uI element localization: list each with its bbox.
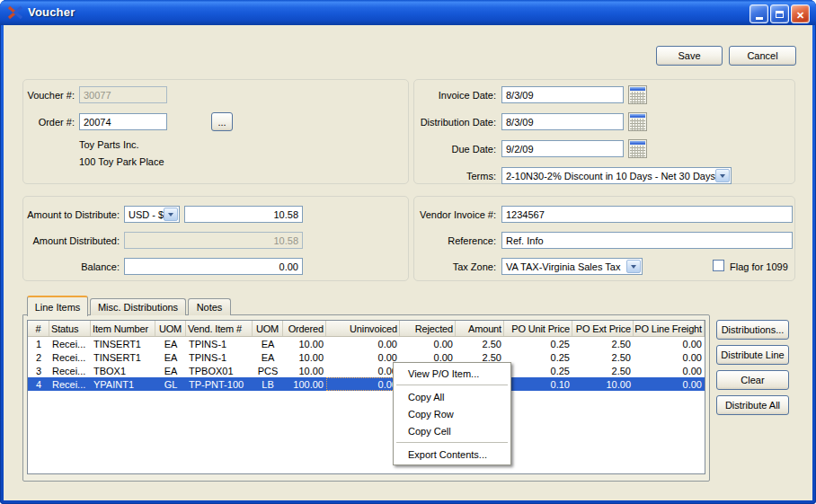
chevron-down-icon[interactable] bbox=[715, 169, 730, 182]
table-cell[interactable]: Recei... bbox=[49, 377, 91, 391]
tab-line-items[interactable]: Line Items bbox=[27, 296, 88, 316]
table-cell[interactable]: TPINS-1 bbox=[186, 350, 253, 364]
vendor-invoice-field[interactable]: 1234567 bbox=[501, 206, 793, 223]
due-date-field[interactable]: 9/2/09 bbox=[501, 140, 624, 157]
table-cell[interactable]: 0.00 bbox=[634, 377, 705, 391]
distribute-all-button[interactable]: Distribute All bbox=[716, 395, 789, 415]
tab-notes[interactable]: Notes bbox=[188, 298, 231, 315]
table-cell[interactable]: 2.50 bbox=[572, 337, 634, 350]
table-cell[interactable]: 10.00 bbox=[283, 364, 326, 377]
table-cell[interactable]: 2.50 bbox=[572, 350, 634, 364]
table-cell[interactable]: GL bbox=[155, 377, 186, 391]
table-cell[interactable]: Recei... bbox=[49, 364, 91, 377]
table-cell[interactable]: 0.25 bbox=[504, 337, 572, 350]
table-cell[interactable]: 0.10 bbox=[504, 377, 572, 391]
due-date-label: Due Date: bbox=[395, 144, 496, 155]
table-cell[interactable]: 0.00 bbox=[634, 350, 705, 364]
table-cell[interactable]: 2.50 bbox=[572, 364, 634, 377]
distribution-date-calendar-button[interactable] bbox=[628, 112, 647, 131]
table-cell[interactable]: TPINS-1 bbox=[186, 337, 253, 350]
table-cell[interactable]: 4 bbox=[28, 377, 49, 391]
column-header-ordered[interactable]: Ordered bbox=[283, 321, 326, 336]
table-cell[interactable]: 3 bbox=[28, 364, 49, 377]
menu-item-view-p-o-item[interactable]: View P/O Item... bbox=[394, 365, 510, 382]
table-row[interactable]: 3Recei...TBOX1EATPBOX01PCS10.000.000.252… bbox=[28, 364, 705, 377]
flag-1099-checkbox[interactable] bbox=[713, 260, 724, 271]
table-row[interactable]: 4Recei...YPAINT1GLTP-PNT-100LB100.000.00… bbox=[28, 377, 705, 391]
table-cell[interactable]: TBOX1 bbox=[91, 364, 155, 377]
table-cell[interactable]: Recei... bbox=[49, 350, 91, 364]
table-cell[interactable]: 0.00 bbox=[634, 364, 705, 377]
table-cell[interactable]: PCS bbox=[253, 364, 283, 377]
table-cell[interactable]: EA bbox=[155, 350, 186, 364]
table-cell[interactable]: 0.25 bbox=[504, 364, 572, 377]
invoice-date-calendar-button[interactable] bbox=[628, 85, 647, 104]
table-cell[interactable]: TP-PNT-100 bbox=[186, 377, 253, 391]
order-browse-button[interactable]: ... bbox=[211, 112, 233, 131]
table-cell[interactable]: 10.00 bbox=[283, 337, 326, 350]
table-cell[interactable]: 0.00 bbox=[634, 337, 705, 350]
distributions-button[interactable]: Distributions... bbox=[716, 320, 789, 340]
currency-select[interactable]: USD - $ bbox=[124, 206, 180, 223]
distribute-line-button[interactable]: Distribute Line bbox=[716, 345, 789, 365]
minimize-button[interactable] bbox=[749, 4, 768, 23]
column-header-po-line-freight[interactable]: PO Line Freight bbox=[634, 321, 705, 336]
clear-button[interactable]: Clear bbox=[716, 370, 789, 390]
chevron-down-icon[interactable] bbox=[626, 260, 641, 273]
table-cell[interactable]: TINSERT1 bbox=[91, 350, 155, 364]
table-cell[interactable]: 0.00 bbox=[326, 377, 400, 391]
table-cell[interactable]: YPAINT1 bbox=[91, 377, 155, 391]
table-cell[interactable]: TINSERT1 bbox=[91, 337, 155, 350]
table-cell[interactable]: Recei... bbox=[49, 337, 91, 350]
distribution-date-field[interactable]: 8/3/09 bbox=[501, 113, 624, 130]
table-cell[interactable]: 0.00 bbox=[326, 337, 400, 350]
reference-field[interactable]: Ref. Info bbox=[501, 232, 793, 249]
due-date-calendar-button[interactable] bbox=[628, 139, 647, 158]
table-cell[interactable]: EA bbox=[155, 337, 186, 350]
column-header-uninvoiced[interactable]: Uninvoiced bbox=[326, 321, 400, 336]
save-button[interactable]: Save bbox=[656, 46, 723, 66]
table-cell[interactable]: EA bbox=[155, 364, 186, 377]
table-cell[interactable]: 0.00 bbox=[326, 364, 400, 377]
invoice-date-field[interactable]: 8/3/09 bbox=[501, 86, 624, 103]
table-cell[interactable]: 10.00 bbox=[283, 350, 326, 364]
column-header-item-number[interactable]: Item Number bbox=[91, 321, 155, 336]
table-cell[interactable]: 100.00 bbox=[283, 377, 326, 391]
tax-zone-select[interactable]: VA TAX-Virginia Sales Tax bbox=[501, 258, 643, 275]
table-cell[interactable]: 10.00 bbox=[572, 377, 634, 391]
column-header-po-ext-price[interactable]: PO Ext Price bbox=[572, 321, 634, 336]
table-cell[interactable]: 2 bbox=[28, 350, 49, 364]
table-cell[interactable]: LB bbox=[253, 377, 283, 391]
maximize-button[interactable] bbox=[770, 4, 789, 23]
tab-misc-distributions[interactable]: Misc. Distributions bbox=[90, 298, 186, 315]
table-cell[interactable]: EA bbox=[253, 350, 283, 364]
column-header-item[interactable]: # bbox=[28, 321, 49, 336]
column-header-vend-item[interactable]: Vend. Item # bbox=[186, 321, 253, 336]
menu-item-copy-cell[interactable]: Copy Cell bbox=[394, 422, 510, 439]
column-header-status[interactable]: Status bbox=[49, 321, 91, 336]
column-header-uom[interactable]: UOM bbox=[253, 321, 283, 336]
column-header-uom[interactable]: UOM bbox=[155, 321, 186, 336]
column-header-rejected[interactable]: Rejected bbox=[400, 321, 456, 336]
cancel-button[interactable]: Cancel bbox=[729, 46, 796, 66]
table-cell[interactable]: TPBOX01 bbox=[186, 364, 253, 377]
table-row[interactable]: 1Recei...TINSERT1EATPINS-1EA10.000.000.0… bbox=[28, 337, 705, 350]
table-cell[interactable]: EA bbox=[253, 337, 283, 350]
amount-to-distribute-field[interactable]: 10.58 bbox=[184, 206, 303, 223]
terms-select[interactable]: 2-10N30-2% Discount in 10 Days - Net 30 … bbox=[501, 167, 732, 184]
menu-item-export-contents[interactable]: Export Contents... bbox=[394, 446, 510, 463]
table-cell[interactable]: 0.00 bbox=[326, 350, 400, 364]
chevron-down-icon[interactable] bbox=[164, 208, 178, 221]
table-cell[interactable]: 0.00 bbox=[400, 337, 456, 350]
table-cell[interactable]: 2.50 bbox=[456, 337, 504, 350]
menu-item-copy-row[interactable]: Copy Row bbox=[394, 405, 510, 422]
column-header-amount[interactable]: Amount bbox=[456, 321, 504, 336]
voucher-number-field[interactable]: 30077 bbox=[79, 86, 167, 103]
table-cell[interactable]: 1 bbox=[28, 337, 49, 350]
close-button[interactable] bbox=[791, 4, 810, 23]
table-cell[interactable]: 0.25 bbox=[504, 350, 572, 364]
order-number-field[interactable]: 20074 bbox=[79, 113, 167, 130]
table-row[interactable]: 2Recei...TINSERT1EATPINS-1EA10.000.000.0… bbox=[28, 350, 705, 364]
menu-item-copy-all[interactable]: Copy All bbox=[394, 388, 510, 405]
column-header-po-unit-price[interactable]: PO Unit Price bbox=[504, 321, 572, 336]
